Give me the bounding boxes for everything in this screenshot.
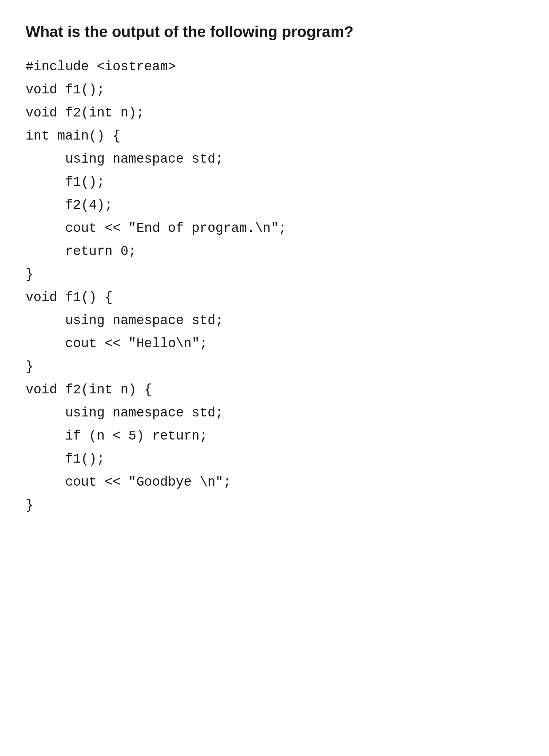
code-line-1: void f1(); xyxy=(26,78,523,101)
code-line-10: void f1() { xyxy=(26,286,523,309)
code-line-7: cout << "End of program.\n"; xyxy=(26,217,523,240)
code-line-13: } xyxy=(26,355,523,378)
code-line-4: using namespace std; xyxy=(26,148,523,171)
code-line-15: using namespace std; xyxy=(26,401,523,425)
code-line-18: cout << "Goodbye \n"; xyxy=(26,471,523,494)
code-line-9: } xyxy=(26,263,523,286)
code-line-19: } xyxy=(26,494,523,517)
code-line-11: using namespace std; xyxy=(26,309,523,332)
code-block: #include <iostream>void f1();void f2(int… xyxy=(26,55,523,517)
code-line-3: int main() { xyxy=(26,125,523,148)
code-line-6: f2(4); xyxy=(26,194,523,217)
code-line-12: cout << "Hello\n"; xyxy=(26,332,523,355)
code-line-16: if (n < 5) return; xyxy=(26,425,523,448)
code-line-5: f1(); xyxy=(26,171,523,194)
code-line-0: #include <iostream> xyxy=(26,55,523,78)
code-line-8: return 0; xyxy=(26,240,523,263)
question-title: What is the output of the following prog… xyxy=(26,22,523,42)
code-line-17: f1(); xyxy=(26,448,523,471)
code-line-14: void f2(int n) { xyxy=(26,378,523,401)
code-line-2: void f2(int n); xyxy=(26,101,523,125)
